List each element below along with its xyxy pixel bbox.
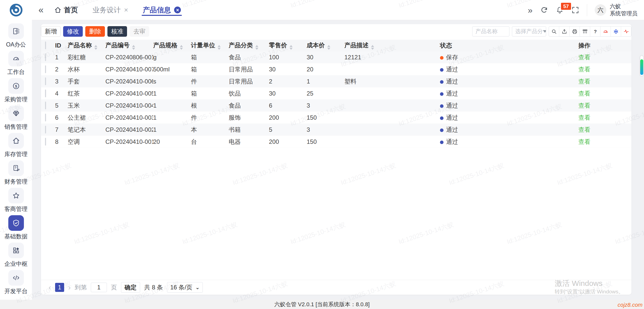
tab-0[interactable]: 首页 — [54, 0, 78, 20]
sidebar-item-工作台[interactable]: 工作台 — [0, 51, 32, 78]
sort-icon[interactable] — [255, 45, 258, 50]
核准-button[interactable]: 核准 — [107, 26, 127, 37]
sidebar-nav: OA办公 工作台 $ 采购管理 销售管理 库存管理 ? 财务管理 客商管理 基础… — [0, 23, 32, 297]
cell-code: CP-20240410-003 — [105, 112, 153, 124]
notifications-bell-icon[interactable]: 57 — [556, 6, 564, 14]
sidebar-item-label: 库存管理 — [5, 150, 28, 158]
tab-bar: 首页业务设计×产品信息× — [54, 0, 181, 20]
view-link[interactable]: 查看 — [578, 102, 590, 109]
expand-tabs-icon[interactable]: » — [528, 6, 533, 14]
row-checkbox[interactable] — [45, 65, 46, 73]
新增-button[interactable]: 新增 — [41, 26, 61, 37]
cell-retail: 200 — [269, 112, 307, 124]
sidebar-item-财务管理[interactable]: ? 财务管理 — [0, 160, 32, 188]
删除-button[interactable]: 删除 — [85, 26, 105, 37]
row-checkbox[interactable] — [45, 114, 46, 121]
status-dot-icon — [440, 80, 444, 84]
gauge-icon[interactable] — [600, 26, 611, 36]
cell-desc — [344, 87, 440, 100]
footer-version-text: 六蚁仓管 V2.0.1 [当前系统版本：8.0.8] — [274, 301, 370, 308]
product-category-select[interactable]: 选择产品分 — [512, 26, 546, 36]
help-icon[interactable]: ? — [590, 26, 600, 36]
app-logo-icon[interactable] — [9, 3, 23, 17]
row-checkbox[interactable] — [45, 53, 46, 61]
snowflake-icon[interactable] — [611, 26, 621, 36]
current-page-button[interactable]: 1 — [55, 283, 64, 292]
sidebar-item-企业中枢[interactable]: 企业中枢 — [0, 243, 32, 270]
sort-icon[interactable] — [218, 45, 221, 50]
row-checkbox[interactable] — [45, 77, 46, 85]
cell-spec: 20 — [153, 136, 191, 148]
scrollbar-thumb[interactable] — [640, 59, 643, 75]
status-dot-icon — [440, 92, 444, 96]
sort-icon[interactable] — [371, 45, 374, 50]
cell-spec: 1 — [153, 124, 191, 136]
table-header: ID产品名称产品编号产品规格计量单位产品分类零售价成本价产品描述状态操作 — [41, 40, 631, 51]
prev-page-icon[interactable]: ‹ — [49, 284, 51, 291]
view-link[interactable]: 查看 — [578, 66, 590, 73]
page-label: 页 — [111, 283, 117, 291]
site-tag: cojz8.com — [618, 302, 642, 308]
cell-retail: 100 — [269, 51, 307, 63]
user-role: 系统管理员 — [610, 10, 637, 17]
cell-category: 书籍 — [229, 124, 269, 136]
sidebar-item-OA办公[interactable]: OA办公 — [0, 23, 32, 51]
tab-2[interactable]: 产品信息× — [143, 0, 181, 20]
close-icon[interactable]: × — [174, 7, 181, 13]
main-area: 新增修改删除核准去审 选择产品分 ? ID产品名称产品编号产品规格计量单位产品分… — [32, 20, 644, 300]
collapse-sidebar-icon[interactable]: « — [38, 6, 44, 15]
fullscreen-icon[interactable] — [571, 6, 579, 14]
sort-icon[interactable] — [94, 45, 97, 50]
close-icon[interactable]: × — [124, 7, 128, 14]
topbar-divider — [587, 4, 587, 16]
pulse-icon[interactable] — [621, 26, 631, 36]
sidebar-item-采购管理[interactable]: $ 采购管理 — [0, 78, 32, 106]
view-link[interactable]: 查看 — [578, 90, 590, 97]
goto-page-input[interactable] — [91, 283, 107, 292]
row-checkbox[interactable] — [45, 138, 46, 146]
cell-spec: 1 — [153, 100, 191, 112]
page-size-select[interactable]: 16 条/页 ⌄ — [167, 282, 203, 293]
confirm-page-button[interactable]: 确定 — [121, 282, 140, 293]
view-link[interactable]: 查看 — [578, 138, 590, 145]
view-link[interactable]: 查看 — [578, 114, 590, 121]
cell-status: 保存 — [440, 51, 578, 63]
cell-status: 通过 — [440, 124, 578, 136]
cell-spec: 500ml — [153, 63, 191, 75]
row-checkbox[interactable] — [45, 126, 46, 134]
sort-icon[interactable] — [327, 45, 330, 50]
export-icon[interactable] — [559, 26, 569, 36]
cell-id: 1 — [55, 51, 68, 63]
refresh-icon[interactable] — [540, 6, 548, 14]
select-all-checkbox[interactable] — [45, 41, 46, 49]
view-link[interactable]: 查看 — [578, 126, 590, 133]
view-link[interactable]: 查看 — [578, 78, 590, 85]
sidebar-item-基础数据[interactable]: 基础数据 — [0, 215, 32, 243]
tab-1[interactable]: 业务设计× — [93, 0, 128, 20]
search-icon[interactable] — [549, 26, 559, 36]
user-menu[interactable]: 六 六蚁 系统管理员 — [595, 3, 637, 17]
dashboard-icon — [12, 55, 20, 63]
view-link[interactable]: 查看 — [578, 54, 590, 61]
cell-code: CP-20240410-005 — [105, 87, 153, 100]
sort-icon[interactable] — [132, 45, 135, 50]
row-checkbox[interactable] — [45, 90, 46, 97]
sidebar-item-开发平台[interactable]: 开发平台 — [0, 270, 32, 297]
修改-button[interactable]: 修改 — [63, 26, 83, 37]
sidebar-item-库存管理[interactable]: 库存管理 — [0, 133, 32, 160]
status-dot-icon — [440, 68, 444, 72]
sidebar-item-销售管理[interactable]: 销售管理 — [0, 106, 32, 133]
column-label: 计量单位 — [191, 42, 215, 49]
sort-icon[interactable] — [290, 45, 293, 50]
next-page-icon[interactable]: › — [68, 284, 71, 291]
home-icon — [54, 6, 62, 14]
去审-button[interactable]: 去审 — [130, 26, 149, 37]
cell-desc: 12121 — [344, 51, 440, 63]
row-checkbox[interactable] — [45, 102, 46, 109]
product-name-search-input[interactable] — [472, 26, 509, 36]
columns-icon[interactable] — [580, 26, 590, 36]
cell-id: 6 — [55, 112, 68, 124]
print-icon[interactable] — [569, 26, 580, 36]
sidebar-item-客商管理[interactable]: 客商管理 — [0, 188, 32, 215]
sort-icon[interactable] — [180, 45, 183, 50]
